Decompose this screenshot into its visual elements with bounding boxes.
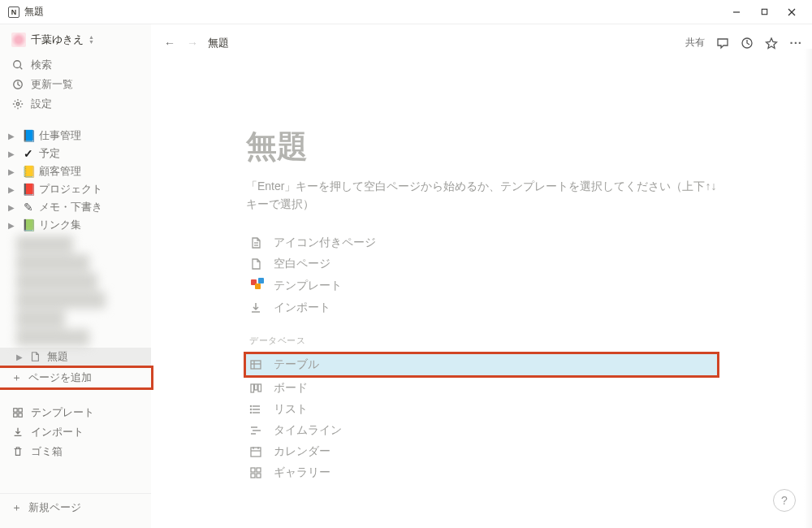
gallery-icon [249, 466, 266, 479]
svg-marker-13 [767, 38, 777, 49]
page-title[interactable]: 無題 [246, 126, 717, 167]
sidebar-page-item[interactable]: ▶ 📘 仕事管理 [0, 127, 151, 145]
chevron-right-icon[interactable]: ▶ [5, 149, 18, 158]
sidebar-page-item[interactable]: ▶ ✓ 予定 [0, 145, 151, 162]
sidebar-page-item[interactable]: ▶ 📒 顧客管理 [0, 162, 151, 180]
list-icon [249, 403, 266, 416]
database-section-label: データベース [246, 335, 717, 347]
clock-icon[interactable] [741, 37, 754, 50]
template-icon [11, 407, 24, 418]
app-logo-icon: N [8, 6, 19, 18]
sidebar-updates[interactable]: 更新一覧 [0, 75, 151, 94]
template-option-empty-page[interactable]: 空白ページ [246, 253, 717, 275]
share-button[interactable]: 共有 [685, 36, 705, 50]
add-page-label: ページを追加 [28, 370, 92, 385]
chevron-right-icon[interactable]: ▶ [5, 185, 18, 194]
database-option-label: リスト [274, 402, 308, 417]
calendar-icon [249, 445, 266, 458]
svg-rect-21 [258, 384, 261, 392]
svg-rect-20 [255, 384, 258, 390]
import-icon [249, 301, 266, 314]
page-label: 仕事管理 [39, 128, 81, 143]
plus-icon: ＋ [11, 500, 22, 515]
database-option-label: テーブル [274, 357, 319, 372]
database-option-calendar[interactable]: カレンダー [246, 441, 717, 462]
chevron-right-icon[interactable]: ▶ [5, 221, 18, 230]
window-close-button[interactable] [780, 4, 804, 20]
chevron-right-icon[interactable]: ▶ [5, 203, 18, 212]
new-page-button[interactable]: ＋ 新規ページ [0, 493, 151, 522]
database-option-gallery[interactable]: ギャラリー [246, 462, 717, 483]
database-option-label: カレンダー [274, 444, 330, 459]
database-option-label: ボード [274, 381, 308, 396]
database-option-label: ギャラリー [274, 465, 330, 480]
page-emoji-icon: ✎ [21, 201, 36, 214]
help-button[interactable]: ? [773, 489, 796, 512]
chevron-updown-icon: ▲▼ [89, 35, 94, 45]
sidebar-search-label: 検索 [31, 58, 52, 72]
sidebar-page-item[interactable]: ▶ 📕 プロジェクト [0, 180, 151, 198]
sidebar-trash[interactable]: ゴミ箱 [0, 442, 151, 461]
comments-icon[interactable] [716, 37, 729, 50]
svg-rect-10 [14, 413, 17, 417]
sidebar: 千葉ゆきえ ▲▼ 検索 更新一覧 設定 ▶ 📘 仕事管理 [0, 24, 151, 528]
template-option-icon-page[interactable]: アイコン付きページ [246, 232, 717, 253]
sidebar-import[interactable]: インポート [0, 422, 151, 442]
database-option-timeline[interactable]: タイムライン [246, 420, 717, 441]
svg-rect-11 [19, 413, 22, 417]
page-label: メモ・下書き [39, 200, 102, 214]
star-icon[interactable] [765, 37, 778, 50]
svg-rect-38 [257, 474, 261, 478]
database-option-list[interactable]: リスト [246, 399, 717, 420]
page-label: プロジェクト [39, 182, 102, 197]
templates-color-icon [249, 278, 266, 294]
svg-rect-1 [762, 9, 767, 14]
import-icon [11, 426, 24, 438]
workspace-switcher[interactable]: 千葉ゆきえ ▲▼ [0, 24, 151, 55]
nav-back-button[interactable]: ← [161, 34, 179, 52]
svg-rect-16 [251, 361, 261, 369]
window-maximize-button[interactable] [752, 4, 776, 20]
template-option-label: 空白ページ [274, 257, 330, 271]
svg-point-7 [16, 102, 19, 106]
add-page-button[interactable]: ＋ ページを追加 [0, 366, 153, 390]
svg-point-26 [251, 409, 252, 410]
document-blank-icon [249, 258, 266, 270]
svg-point-27 [251, 413, 252, 413]
database-option-board[interactable]: ボード [246, 378, 717, 399]
breadcrumb[interactable]: 無題 [206, 36, 229, 50]
page-label: 無題 [47, 349, 68, 364]
svg-point-4 [14, 61, 21, 68]
sidebar-search[interactable]: 検索 [0, 55, 151, 75]
sidebar-page-item[interactable]: ▶ 📗 リンク集 [0, 216, 151, 234]
plus-icon: ＋ [11, 370, 22, 385]
sidebar-current-page[interactable]: ▶ 無題 [0, 348, 151, 366]
page-emoji-icon: ✓ [21, 147, 36, 160]
redacted-content [0, 234, 151, 348]
window-minimize-button[interactable] [724, 4, 749, 20]
more-icon[interactable]: ··· [789, 36, 802, 50]
board-icon [249, 382, 266, 395]
page-help-text: 「Enter」キーを押して空白ページから始めるか、テンプレートを選択してください… [246, 177, 717, 213]
sidebar-page-item[interactable]: ▶ ✎ メモ・下書き [0, 198, 151, 216]
svg-rect-19 [251, 384, 254, 392]
template-option-templates[interactable]: テンプレート [246, 275, 717, 297]
svg-rect-31 [251, 448, 261, 457]
template-option-import[interactable]: インポート [246, 297, 717, 318]
sidebar-settings[interactable]: 設定 [0, 94, 151, 114]
chevron-right-icon[interactable]: ▶ [5, 132, 18, 141]
sidebar-templates[interactable]: テンプレート [0, 403, 151, 422]
svg-rect-37 [251, 474, 255, 478]
window-titlebar: N 無題 [0, 0, 812, 24]
database-option-table-highlighted[interactable]: テーブル [244, 352, 719, 378]
chevron-right-icon[interactable]: ▶ [13, 353, 26, 361]
chevron-right-icon[interactable]: ▶ [5, 167, 18, 176]
svg-rect-8 [14, 409, 17, 412]
sidebar-updates-label: 更新一覧 [31, 77, 73, 92]
page-label: 予定 [39, 146, 60, 161]
svg-rect-36 [257, 468, 261, 472]
main-area: ← → 無題 共有 ··· 無題 「Ente [151, 24, 812, 528]
scrollbar[interactable] [804, 49, 812, 528]
database-option-label: タイムライン [274, 423, 342, 438]
document-icon [249, 236, 266, 249]
